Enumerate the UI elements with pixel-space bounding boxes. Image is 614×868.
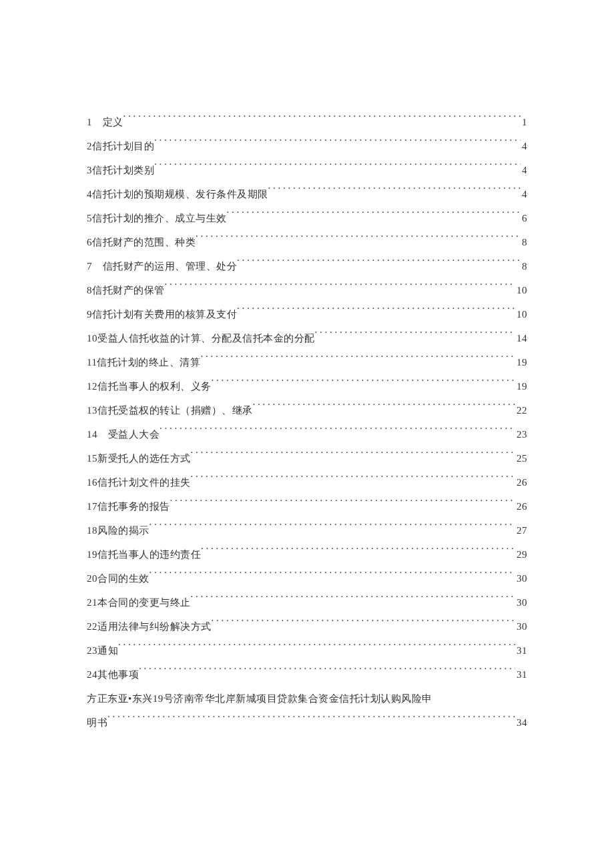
toc-page-number: 22: [515, 398, 527, 422]
toc-entry: 18风险的揭示27: [87, 518, 527, 542]
toc-page-number: 14: [515, 326, 527, 350]
toc-leader: [154, 139, 521, 149]
toc-number: 20: [87, 566, 97, 590]
toc-entry: 2信托计划目的4: [87, 134, 527, 158]
toc-title: 合同的生效: [97, 566, 149, 590]
toc-leader: [191, 596, 516, 606]
toc-number: 19: [87, 542, 97, 566]
toc-entry: 5信托计划的推介、成立与生效6: [87, 206, 527, 230]
toc-page-number: 23: [515, 422, 527, 446]
toc-title: 信托财产的范围、种类: [92, 230, 196, 254]
toc-title: 受益人信托收益的计算、分配及信托本金的分配: [97, 326, 315, 350]
toc-page-number: 6: [521, 206, 527, 230]
toc-page-number: 4: [521, 158, 527, 182]
toc-leader: [160, 428, 515, 438]
toc-number: 8: [87, 278, 92, 302]
toc-entry: 1 定义1: [87, 110, 527, 134]
toc-leader: [268, 187, 521, 197]
toc-entry: 14 受益人大会23: [87, 422, 527, 446]
toc-number: 11: [87, 350, 97, 374]
toc-number: 23: [87, 638, 97, 663]
toc-entry: 9信托计划有关费用的核算及支付10: [87, 302, 527, 326]
toc-entry: 16信托计划文件的挂失26: [87, 470, 527, 494]
toc-title: 新受托人的选任方式: [97, 446, 191, 470]
toc-page-number: 30: [515, 566, 527, 590]
toc-number: 10: [87, 326, 97, 350]
toc-page-number: 8: [521, 254, 527, 278]
toc-title: 信托计划文件的挂失: [97, 470, 191, 494]
toc-entry: 20合同的生效30: [87, 566, 527, 590]
toc-leader: [191, 452, 516, 462]
toc-title: 受益人大会: [97, 422, 160, 446]
toc-title: 信托计划有关费用的核算及支付: [92, 302, 237, 326]
toc-page-number: 8: [521, 230, 527, 254]
toc-title: 信托计划目的: [92, 134, 154, 158]
toc-leader: [149, 524, 516, 534]
toc-number: 9: [87, 302, 92, 326]
toc-leader: [227, 211, 521, 222]
toc-entry: 22适用法律与纠纷解决方式30: [87, 614, 527, 638]
toc-entry: 4信托计划的预期规模、发行条件及期限4: [87, 182, 527, 206]
toc-page-number: 4: [521, 134, 527, 158]
toc-entry: 24其他事项31: [87, 663, 527, 687]
toc-leader: [212, 620, 516, 630]
toc-number: 2: [87, 134, 92, 158]
toc-title: 信托财产的保管: [92, 278, 165, 302]
toc-title: 信托当事人的违约责任: [97, 542, 201, 566]
toc-title: 信托财产的运用、管理、处分: [92, 254, 237, 278]
toc-entry: 3信托计划类别4: [87, 158, 527, 182]
toc-page-number: 26: [515, 494, 527, 518]
toc-page-number: 29: [515, 542, 527, 566]
toc-title: 信托计划的推介、成立与生效: [92, 206, 227, 230]
toc-entry: 23通知31: [87, 638, 527, 663]
toc-page-number: 19: [515, 374, 527, 398]
toc-entry: 8信托财产的保管10: [87, 278, 527, 302]
toc-entry: 6信托财产的范围、种类8: [87, 230, 527, 254]
toc-page-number: 4: [521, 182, 527, 206]
toc-entry: 10受益人信托收益的计算、分配及信托本金的分配14: [87, 326, 527, 350]
appendix-title-line1: 方正东亚•东兴19号济南帝华北岸新城项目贷款集合资金信托计划认购风险申: [87, 687, 527, 711]
toc-title: 信托当事人的权利、义务: [97, 374, 212, 398]
toc-leader: [154, 163, 521, 173]
toc-title: 适用法律与纠纷解决方式: [97, 614, 212, 638]
toc-leader: [212, 380, 516, 390]
table-of-contents: 1 定义12信托计划目的43信托计划类别44信托计划的预期规模、发行条件及期限4…: [87, 110, 527, 687]
toc-leader: [139, 668, 515, 678]
toc-title: 信托受益权的转让（捐赠）、继承: [97, 398, 253, 422]
toc-number: 21: [87, 590, 97, 614]
toc-page-number: 27: [515, 518, 527, 542]
toc-number: 17: [87, 494, 97, 518]
toc-number: 14: [87, 422, 97, 446]
toc-number: 4: [87, 182, 92, 206]
toc-leader: [191, 476, 516, 486]
toc-number: 22: [87, 614, 97, 638]
appendix-title-line2: 明书: [87, 711, 107, 735]
appendix-page-number: 34: [515, 711, 527, 735]
toc-leader: [315, 332, 516, 342]
toc-leader: [170, 500, 516, 510]
toc-title: 信托事务的报告: [97, 494, 170, 518]
toc-page-number: 26: [515, 470, 527, 494]
toc-title: 通知: [97, 638, 118, 663]
appendix-entry: 明书 34: [87, 711, 527, 735]
toc-number: 13: [87, 398, 97, 422]
toc-title: 本合同的变更与终止: [97, 590, 191, 614]
toc-number: 1: [87, 110, 92, 134]
toc-page-number: 10: [515, 278, 527, 302]
toc-leader: [196, 236, 521, 246]
toc-leader: [107, 716, 515, 726]
toc-entry: 15新受托人的选任方式25: [87, 446, 527, 470]
toc-entry: 12信托当事人的权利、义务19: [87, 374, 527, 398]
toc-number: 12: [87, 374, 97, 398]
toc-number: 18: [87, 518, 97, 542]
toc-leader: [149, 572, 516, 582]
toc-page-number: 31: [515, 638, 527, 663]
toc-leader: [165, 284, 516, 294]
toc-number: 16: [87, 470, 97, 494]
toc-title: 信托计划的终止、清算: [97, 350, 200, 374]
toc-entry: 19信托当事人的违约责任29: [87, 542, 527, 566]
toc-page-number: 30: [515, 614, 527, 638]
toc-entry: 7 信托财产的运用、管理、处分8: [87, 254, 527, 278]
toc-number: 3: [87, 158, 92, 182]
toc-page-number: 25: [515, 446, 527, 470]
